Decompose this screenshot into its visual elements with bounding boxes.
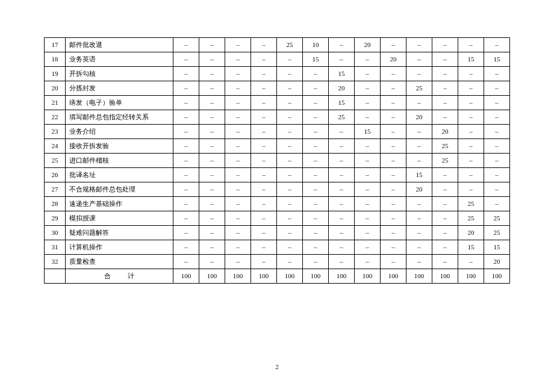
value-cell: – bbox=[225, 81, 251, 96]
value-cell: – bbox=[225, 197, 251, 211]
value-cell: 20 bbox=[458, 226, 484, 240]
value-cell: – bbox=[199, 197, 225, 211]
value-cell: – bbox=[381, 67, 406, 81]
value-cell: – bbox=[432, 52, 458, 67]
table-row: 17邮件批改退––––2510–20––––– bbox=[45, 38, 510, 52]
value-cell: – bbox=[432, 197, 458, 211]
value-cell: 15 bbox=[458, 240, 484, 255]
value-cell: – bbox=[173, 38, 199, 52]
value-cell: – bbox=[251, 38, 277, 52]
total-cell: 100 bbox=[432, 269, 458, 284]
value-cell: – bbox=[173, 182, 199, 197]
row-index: 20 bbox=[45, 81, 66, 96]
value-cell: – bbox=[432, 110, 458, 125]
value-cell: 20 bbox=[355, 38, 381, 52]
value-cell: 15 bbox=[303, 52, 329, 67]
value-cell: – bbox=[199, 110, 225, 125]
value-cell: – bbox=[303, 168, 329, 182]
table-row: 20分拣封发––––––20––25––– bbox=[45, 81, 510, 96]
value-cell: – bbox=[225, 168, 251, 182]
value-cell: – bbox=[251, 81, 277, 96]
value-cell: – bbox=[484, 154, 510, 168]
value-cell: – bbox=[406, 125, 432, 139]
value-cell: – bbox=[406, 96, 432, 110]
value-cell: – bbox=[432, 168, 458, 182]
table-row: 25进口邮件稽核––––––––––25–– bbox=[45, 154, 510, 168]
value-cell: – bbox=[355, 197, 381, 211]
value-cell: – bbox=[303, 226, 329, 240]
value-cell: – bbox=[225, 240, 251, 255]
row-name: 业务英语 bbox=[66, 52, 173, 67]
value-cell: – bbox=[484, 96, 510, 110]
value-cell: 15 bbox=[406, 168, 432, 182]
row-index: 30 bbox=[45, 226, 66, 240]
value-cell: – bbox=[355, 96, 381, 110]
value-cell: – bbox=[251, 240, 277, 255]
value-cell: – bbox=[432, 255, 458, 269]
value-cell: – bbox=[458, 67, 484, 81]
value-cell: – bbox=[484, 125, 510, 139]
value-cell: – bbox=[458, 96, 484, 110]
value-cell: – bbox=[329, 52, 355, 67]
value-cell: – bbox=[225, 154, 251, 168]
value-cell: – bbox=[355, 81, 381, 96]
value-cell: – bbox=[381, 255, 406, 269]
value-cell: 25 bbox=[432, 154, 458, 168]
value-cell: – bbox=[406, 211, 432, 226]
value-cell: 10 bbox=[303, 38, 329, 52]
value-cell: – bbox=[303, 96, 329, 110]
value-cell: – bbox=[406, 255, 432, 269]
table-row: 18业务英语–––––15––20––1515 bbox=[45, 52, 510, 67]
value-cell: – bbox=[381, 81, 406, 96]
value-cell: – bbox=[303, 211, 329, 226]
value-cell: – bbox=[199, 226, 225, 240]
value-cell: – bbox=[173, 197, 199, 211]
value-cell: – bbox=[277, 125, 303, 139]
row-name: 疑难问题解答 bbox=[66, 226, 173, 240]
value-cell: – bbox=[251, 67, 277, 81]
value-cell: – bbox=[277, 96, 303, 110]
value-cell: – bbox=[329, 38, 355, 52]
value-cell: 20 bbox=[406, 182, 432, 197]
table-row: 29模拟授课–––––––––––2525 bbox=[45, 211, 510, 226]
value-cell: 25 bbox=[484, 211, 510, 226]
value-cell: – bbox=[277, 211, 303, 226]
value-cell: 25 bbox=[329, 110, 355, 125]
value-cell: – bbox=[303, 110, 329, 125]
value-cell: – bbox=[303, 255, 329, 269]
row-name: 开拆勾核 bbox=[66, 67, 173, 81]
row-name: 模拟授课 bbox=[66, 211, 173, 226]
row-name: 缮发（电子）验单 bbox=[66, 96, 173, 110]
total-cell: 100 bbox=[458, 269, 484, 284]
value-cell: – bbox=[225, 67, 251, 81]
value-cell: – bbox=[199, 255, 225, 269]
row-index: 26 bbox=[45, 168, 66, 182]
value-cell: – bbox=[303, 67, 329, 81]
value-cell: – bbox=[173, 96, 199, 110]
value-cell: – bbox=[329, 125, 355, 139]
value-cell: – bbox=[173, 240, 199, 255]
total-row: 合计10010010010010010010010010010010010010… bbox=[45, 269, 510, 284]
value-cell: – bbox=[432, 182, 458, 197]
value-cell: – bbox=[303, 182, 329, 197]
value-cell: – bbox=[484, 139, 510, 154]
value-cell: – bbox=[277, 110, 303, 125]
value-cell: – bbox=[225, 52, 251, 67]
total-cell: 100 bbox=[199, 269, 225, 284]
value-cell: 20 bbox=[406, 110, 432, 125]
row-name: 计算机操作 bbox=[66, 240, 173, 255]
total-cell: 100 bbox=[277, 269, 303, 284]
value-cell: – bbox=[329, 255, 355, 269]
value-cell: – bbox=[225, 96, 251, 110]
value-cell: – bbox=[173, 110, 199, 125]
value-cell: – bbox=[458, 81, 484, 96]
table-body: 17邮件批改退––––2510–20–––––18业务英语–––––15––20… bbox=[45, 38, 510, 284]
value-cell: – bbox=[484, 182, 510, 197]
row-name: 填写邮件总包指定经转关系 bbox=[66, 110, 173, 125]
value-cell: – bbox=[199, 81, 225, 96]
value-cell: – bbox=[432, 67, 458, 81]
table-row: 28速递生产基础操作–––––––––––25– bbox=[45, 197, 510, 211]
value-cell: – bbox=[355, 154, 381, 168]
value-cell: 25 bbox=[406, 81, 432, 96]
total-cell: 100 bbox=[355, 269, 381, 284]
